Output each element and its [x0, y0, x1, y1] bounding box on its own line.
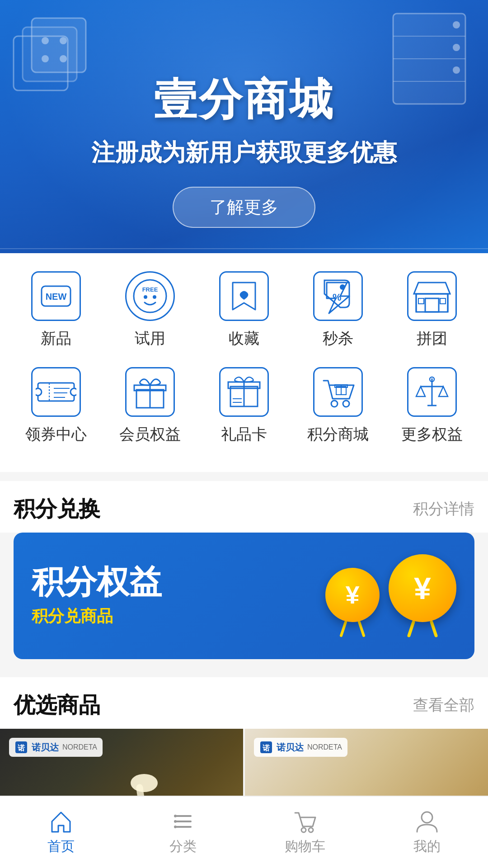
- category-nav-label: 分类: [169, 837, 197, 856]
- points-banner-text: 积分权益 积分兑商品: [32, 564, 325, 627]
- svg-rect-0: [14, 36, 68, 90]
- member-label: 会员权益: [119, 424, 181, 445]
- new-icon-box: NEW: [31, 271, 81, 321]
- svg-point-17: [134, 280, 166, 312]
- nav-item-member[interactable]: 会员权益: [109, 367, 191, 445]
- coupon-label: 领券中心: [25, 424, 87, 445]
- coins-decoration: ¥ ¥: [325, 554, 456, 638]
- svg-point-12: [453, 44, 460, 51]
- giftcard-label: 礼品卡: [221, 424, 267, 445]
- coupon-icon-box: [31, 367, 81, 417]
- category-icon: [171, 809, 195, 834]
- nav-item-new[interactable]: NEW 新品: [15, 271, 97, 349]
- cart-icon: [293, 809, 317, 834]
- cart-nav-label: 购物车: [285, 837, 325, 856]
- svg-line-56: [432, 622, 436, 636]
- svg-rect-2: [32, 18, 86, 72]
- flash-label: 秒杀: [323, 328, 353, 349]
- svg-point-5: [42, 55, 49, 62]
- nav-item-giftcard[interactable]: 礼品卡: [203, 367, 285, 445]
- giftcard-icon-box: [219, 367, 269, 417]
- points-section-title: 积分兑换: [14, 495, 100, 524]
- svg-point-95: [174, 826, 177, 828]
- nav-cart[interactable]: 购物车: [244, 809, 366, 856]
- svg-point-11: [453, 21, 460, 28]
- points-section-header: 积分兑换 积分详情: [0, 481, 488, 533]
- points-mall-icon-box: [313, 367, 363, 417]
- svg-point-21: [340, 284, 345, 290]
- flash-icon-box: %: [313, 271, 363, 321]
- nav-item-group[interactable]: 拼团: [391, 271, 473, 349]
- svg-point-44: [331, 401, 338, 407]
- products-section-header: 优选商品 查看全部: [0, 668, 488, 729]
- svg-point-30: [36, 388, 42, 396]
- coin-large: ¥: [389, 554, 456, 638]
- svg-text:NEW: NEW: [46, 292, 67, 302]
- svg-point-93: [174, 815, 177, 817]
- home-nav-label: 首页: [47, 837, 75, 856]
- points-detail-link[interactable]: 积分详情: [413, 499, 474, 519]
- svg-point-69: [131, 774, 158, 792]
- svg-point-4: [60, 37, 67, 44]
- mine-nav-label: 我的: [413, 837, 441, 856]
- collect-icon-box: [219, 271, 269, 321]
- icon-grid: NEW 新品 FREE 试用: [0, 253, 488, 472]
- nav-category[interactable]: 分类: [122, 809, 244, 856]
- trial-icon-box: FREE: [125, 271, 175, 321]
- nav-item-coupon[interactable]: 领券中心: [15, 367, 97, 445]
- svg-point-96: [301, 828, 306, 832]
- svg-text:FREE: FREE: [142, 286, 158, 293]
- bottom-nav: 首页 分类 购物车 我的: [0, 796, 488, 868]
- hero-banner: 壹分商城 注册成为新用户获取更多优惠 了解更多: [0, 0, 488, 253]
- svg-point-20: [153, 295, 156, 299]
- svg-rect-27: [418, 298, 424, 304]
- group-icon-box: [407, 271, 457, 321]
- group-label: 拼团: [417, 328, 447, 349]
- coin-icon-large: ¥: [389, 554, 456, 622]
- points-banner-sub: 积分兑商品: [32, 605, 325, 627]
- svg-point-94: [174, 820, 177, 823]
- products-view-all-link[interactable]: 查看全部: [413, 695, 474, 716]
- trial-label: 试用: [135, 328, 165, 349]
- coin-icon-small: ¥: [325, 568, 380, 622]
- svg-line-55: [409, 622, 413, 636]
- svg-point-19: [144, 295, 147, 299]
- svg-line-54: [359, 622, 364, 636]
- nav-item-trial[interactable]: FREE 试用: [109, 271, 191, 349]
- nav-item-collect[interactable]: 收藏: [203, 271, 285, 349]
- products-section-title: 优选商品: [14, 691, 100, 720]
- mine-icon: [415, 809, 439, 834]
- svg-text:%: %: [333, 292, 342, 303]
- svg-point-98: [422, 812, 432, 823]
- nav-home[interactable]: 首页: [0, 809, 122, 856]
- hero-title: 壹分商城: [154, 71, 334, 130]
- collect-label: 收藏: [229, 328, 259, 349]
- nav-item-points-mall[interactable]: 积分商城: [297, 367, 379, 445]
- svg-point-6: [60, 55, 67, 62]
- svg-rect-23: [416, 294, 448, 312]
- svg-rect-28: [440, 298, 446, 304]
- points-banner[interactable]: 积分权益 积分兑商品 ¥ ¥: [14, 533, 474, 659]
- svg-point-45: [343, 401, 349, 407]
- points-mall-label: 积分商城: [307, 424, 369, 445]
- more-icon-box: [407, 367, 457, 417]
- svg-point-3: [42, 37, 49, 44]
- svg-point-31: [70, 388, 76, 396]
- nav-item-flash[interactable]: % 秒杀: [297, 271, 379, 349]
- hero-learn-more-button[interactable]: 了解更多: [173, 187, 315, 228]
- points-banner-title: 积分权益: [32, 564, 325, 600]
- hero-subtitle: 注册成为新用户获取更多优惠: [91, 137, 397, 169]
- svg-rect-24: [425, 298, 439, 312]
- new-label: 新品: [41, 328, 71, 349]
- home-icon: [49, 809, 73, 834]
- more-benefits-label: 更多权益: [401, 424, 463, 445]
- svg-point-13: [453, 66, 460, 74]
- svg-rect-7: [393, 14, 465, 104]
- coin-small: ¥: [325, 568, 380, 638]
- svg-point-97: [309, 828, 313, 832]
- svg-rect-29: [38, 383, 74, 401]
- icon-row-2: 领券中心 会员权益: [9, 367, 479, 445]
- nav-item-more-benefits[interactable]: 更多权益: [391, 367, 473, 445]
- svg-line-53: [341, 622, 346, 636]
- nav-mine[interactable]: 我的: [366, 809, 488, 856]
